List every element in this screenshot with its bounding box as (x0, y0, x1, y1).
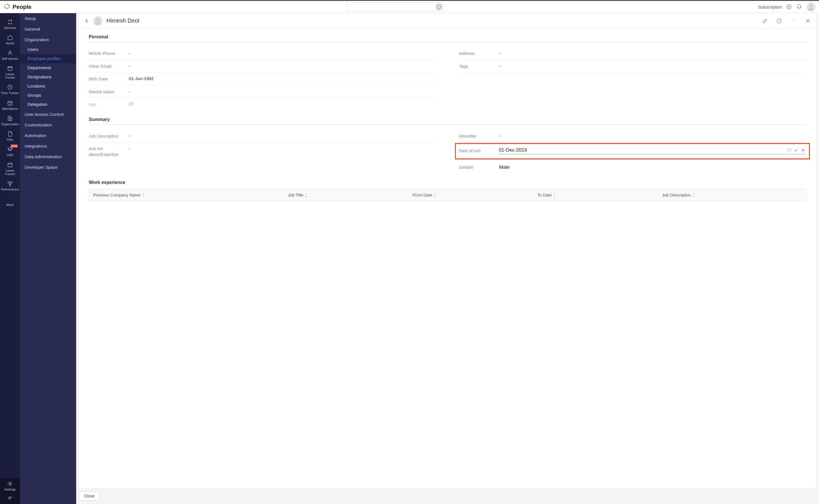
th-to-date[interactable]: To Date (533, 189, 658, 201)
plus-circle-icon[interactable] (786, 4, 792, 10)
th-from-date[interactable]: From Date (409, 189, 533, 201)
subnav-departments[interactable]: Departments (20, 63, 76, 72)
nav-rail: Services Home Self-service Leave Tracker… (0, 13, 20, 504)
summary-fields: Job Description - Ask me about/Expertise… (89, 130, 806, 174)
date-of-exit-input[interactable]: 01-Dec-2019 (499, 147, 785, 154)
search-icon[interactable] (436, 4, 442, 10)
calendar-icon (7, 162, 13, 168)
section-title-work-experience: Work experience (89, 180, 806, 187)
sort-icon (553, 193, 556, 197)
th-company[interactable]: Previous Company Name (89, 189, 284, 201)
field-value[interactable]: - (129, 146, 436, 151)
field-other-email: Other Email - (89, 60, 436, 73)
table-header: Previous Company Name Job Title From Dat… (89, 189, 806, 201)
field-label: Gender (459, 164, 499, 170)
user-avatar-icon[interactable] (806, 2, 816, 11)
field-label: Marital status (89, 89, 129, 95)
rail-collapse[interactable] (0, 494, 20, 504)
bell-icon[interactable] (796, 4, 802, 10)
page-header: Himesh Deol (79, 13, 816, 29)
calendar-check-icon (7, 100, 13, 106)
subnav-users[interactable]: Users (20, 45, 76, 54)
check-icon[interactable] (794, 148, 799, 153)
rail-label: Services (4, 26, 16, 29)
field-label: Date of exit (459, 148, 499, 154)
info-icon[interactable] (776, 18, 782, 24)
cancel-icon[interactable] (800, 148, 806, 153)
rail-organization[interactable]: Organization (0, 113, 20, 128)
edit-icon[interactable] (762, 18, 768, 24)
rail-label: Settings (4, 488, 16, 491)
svg-point-4 (9, 51, 11, 53)
field-value[interactable]: - (499, 51, 806, 56)
svg-point-20 (794, 20, 794, 20)
rail-more[interactable]: More (0, 194, 20, 209)
subnav-data-administration[interactable]: Data Administration (20, 151, 76, 162)
subnav-groups[interactable]: Groups (20, 91, 76, 100)
clock-icon (7, 84, 13, 90)
subnav-developer-space[interactable]: Developer Space (20, 162, 76, 172)
section-title-summary: Summary (89, 117, 806, 125)
svg-rect-7 (8, 101, 12, 105)
field-value[interactable]: - (129, 89, 436, 94)
content: Personal Mobile Phone - Other Email - Bi… (79, 29, 816, 488)
th-job-title[interactable]: Job Title (284, 189, 409, 201)
calendar-icon[interactable] (787, 148, 792, 153)
subnav-customization[interactable]: Customization (20, 120, 76, 130)
field-value[interactable]: - (129, 51, 436, 56)
field-label: Age (89, 102, 129, 107)
field-label: Address (459, 51, 499, 56)
th-job-description[interactable]: Job Description (658, 189, 806, 201)
subnav-setup[interactable]: Setup (20, 13, 76, 24)
rail-files[interactable]: Files (0, 128, 20, 144)
field-expertise: Ask me about/Expertise - (89, 142, 436, 160)
field-value[interactable]: - (129, 64, 436, 69)
rail-performance[interactable]: Performance (0, 178, 20, 194)
rail-services[interactable]: Services (0, 15, 20, 32)
th-label: Job Title (288, 193, 303, 197)
search-box[interactable] (346, 3, 444, 11)
subnav-user-access-control[interactable]: User Access Control (20, 109, 76, 120)
trophy-icon (7, 181, 13, 186)
rail-attendance[interactable]: Attendance (0, 98, 20, 113)
brand-title: People (13, 4, 31, 10)
gear-icon (7, 481, 13, 487)
field-value[interactable]: - (499, 64, 806, 69)
subnav-automation[interactable]: Automation (20, 130, 76, 141)
page-title: Himesh Deol (106, 17, 139, 24)
rail-lms[interactable]: NEW LMS (0, 144, 20, 159)
subnav-locations[interactable]: Locations (20, 82, 76, 91)
close-icon[interactable] (805, 18, 811, 24)
field-birth-date: Birth Date 01-Jun-1992 (89, 73, 436, 86)
subnav-designations[interactable]: Designations (20, 72, 76, 82)
rail-settings[interactable]: Settings (0, 478, 20, 494)
rail-time-tracker[interactable]: Time Tracker (0, 82, 20, 97)
topbar: People Subscription (0, 0, 819, 13)
field-value[interactable]: - (499, 133, 806, 138)
rail-leave-tracker[interactable]: Leave Tracker (0, 63, 20, 82)
subnav-general[interactable]: General (20, 24, 76, 34)
field-value[interactable]: Male (499, 164, 806, 170)
field-value[interactable]: 01-Jun-1992 (129, 76, 436, 81)
topbar-search (31, 3, 758, 11)
close-button[interactable]: Close (79, 491, 99, 501)
subnav-integrations[interactable]: Integrations (20, 141, 76, 151)
search-input[interactable] (349, 3, 436, 11)
rail-leave-tracker-2[interactable]: Leave Tracker (0, 159, 20, 178)
rail-home[interactable]: Home (0, 32, 20, 47)
field-job-description: Job Description - (89, 130, 436, 143)
th-label: Job Description (662, 193, 691, 197)
subnav-delegation[interactable]: Delegation (20, 100, 76, 109)
field-label: AboutMe (459, 133, 499, 139)
field-age: Age 27 (89, 98, 436, 111)
more-icon[interactable] (790, 18, 797, 24)
subnav-organization[interactable]: Organization (20, 34, 76, 45)
section-title-personal: Personal (89, 34, 806, 42)
field-value[interactable]: - (129, 133, 436, 138)
back-button[interactable] (84, 18, 89, 23)
subnav-employee-profiles[interactable]: Employee profiles (20, 54, 76, 63)
subscription-link[interactable]: Subscription (758, 5, 782, 9)
rail-self-service[interactable]: Self-service (0, 47, 20, 63)
th-label: From Date (413, 193, 432, 197)
person-icon (7, 50, 13, 56)
